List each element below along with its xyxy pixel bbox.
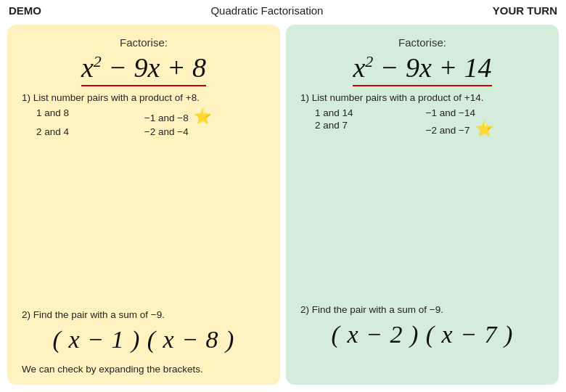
demo-step2-text: 2) Find the pair with a sum of −9. [22,309,266,320]
your-turn-panel: Factorise: x2 − 9x + 14 1) List number p… [286,25,559,385]
star-icon-your-turn: ⭐ [475,121,493,136]
your-turn-step2-text: 2) Find the pair with a sum of −9. [300,304,544,315]
demo-equation: x2 − 9x + 8 [81,52,206,86]
your-turn-step1-text: 1) List number pairs with a product of +… [300,92,544,103]
your-turn-label: YOUR TURN [493,4,557,17]
demo-check-text: We can check by expanding the brackets. [22,364,266,375]
demo-pair-2-col2: −2 and −4 [144,126,266,137]
demo-pair-2-col1: 2 and 4 [36,126,123,137]
your-turn-result: ( x − 2 ) ( x − 7 ) [300,321,544,348]
top-bar: DEMO Quadratic Factorisation YOUR TURN [0,0,566,20]
your-turn-pair-2-col2: −2 and −7 ⭐ [426,120,544,137]
your-turn-equation: x2 − 9x + 14 [353,52,491,86]
your-turn-pair-2-col1: 2 and 7 [315,120,404,137]
demo-result: ( x − 1 ) ( x − 8 ) [22,326,266,354]
demo-step1-text: 1) List number pairs with a product of +… [22,92,266,103]
star-icon-demo: ⭐ [194,108,212,124]
demo-panel: Factorise: x2 − 9x + 8 1) List number pa… [7,25,280,385]
your-turn-factorise-label: Factorise: [300,36,544,49]
demo-pair-1-col2: −1 and −8 ⭐ [144,107,266,125]
demo-label: DEMO [9,4,41,17]
demo-factorise-label: Factorise: [22,36,266,49]
page-title: Quadratic Factorisation [210,4,323,17]
your-turn-pair-1-col1: 1 and 14 [315,107,404,118]
demo-pair-1-col1: 1 and 8 [36,107,123,125]
your-turn-pair-1-col2: −1 and −14 [426,107,544,118]
